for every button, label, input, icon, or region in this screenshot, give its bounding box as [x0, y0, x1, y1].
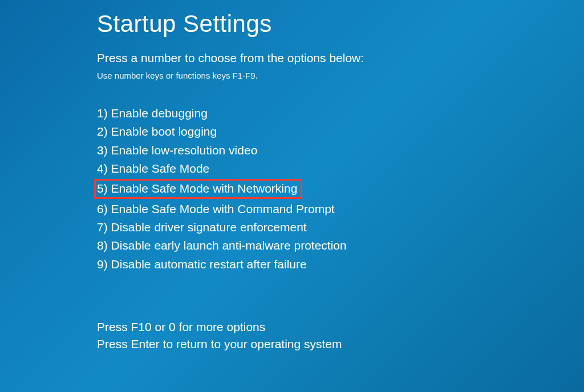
option-enable-debugging[interactable]: 1) Enable debugging: [97, 105, 208, 121]
option-enable-safe-mode-command-prompt[interactable]: 6) Enable Safe Mode with Command Prompt: [97, 201, 335, 217]
option-disable-anti-malware[interactable]: 8) Disable early launch anti-malware pro…: [97, 238, 347, 254]
more-options-text: Press F10 or 0 for more options: [97, 319, 584, 335]
option-enable-safe-mode-networking[interactable]: 5) Enable Safe Mode with Networking: [94, 179, 302, 198]
page-title: Startup Settings: [97, 10, 584, 38]
footer-instructions: Press F10 or 0 for more options Press En…: [97, 319, 584, 353]
sub-instruction-text: Use number keys or functions keys F1-F9.: [97, 71, 584, 80]
option-enable-boot-logging[interactable]: 2) Enable boot logging: [97, 124, 217, 140]
instruction-text: Press a number to choose from the option…: [97, 51, 584, 65]
option-disable-driver-signature[interactable]: 7) Disable driver signature enforcement: [97, 219, 307, 235]
option-disable-auto-restart[interactable]: 9) Disable automatic restart after failu…: [97, 256, 307, 272]
option-enable-low-resolution-video[interactable]: 3) Enable low-resolution video: [97, 142, 257, 158]
startup-options-list: 1) Enable debugging 2) Enable boot loggi…: [97, 105, 584, 272]
return-text: Press Enter to return to your operating …: [97, 336, 584, 352]
option-enable-safe-mode[interactable]: 4) Enable Safe Mode: [97, 161, 209, 177]
